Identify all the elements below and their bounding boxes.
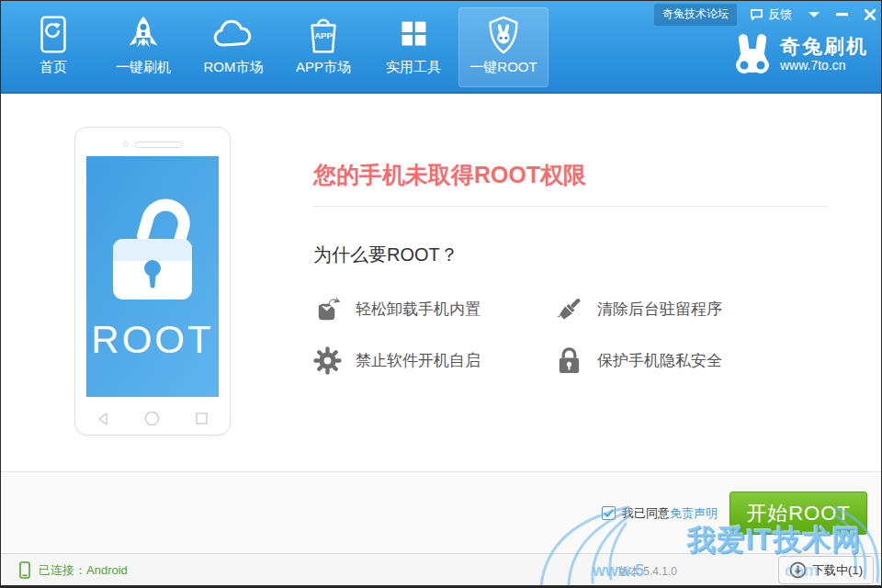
feature-autostart: 禁止软件开机自启 (313, 345, 555, 375)
phone-screen: ROOT (86, 156, 219, 397)
phone-nav-buttons (97, 411, 208, 426)
minimize-button[interactable] (836, 6, 848, 23)
feature-label: 轻松卸载手机内置 (356, 299, 481, 320)
unlocked-padlock-icon (98, 191, 207, 305)
svg-text:APP: APP (314, 30, 333, 40)
brand-logo: 奇兔刷机 www.7to.cn (733, 33, 868, 75)
brush-icon (555, 295, 583, 323)
nav-label: 一键刷机 (116, 59, 171, 76)
feedback-button[interactable]: 反馈 (750, 6, 792, 23)
rabbit-logo-icon (733, 33, 772, 75)
download-label: 下载中(1) (812, 562, 863, 579)
feature-label: 禁止软件开机自启 (356, 350, 481, 371)
checkmark-icon (604, 509, 614, 518)
android-home-icon (144, 411, 160, 426)
android-back-icon (97, 413, 108, 425)
forum-button[interactable]: 奇兔技术论坛 (654, 4, 737, 26)
why-root-heading: 为什么要ROOT？ (313, 243, 458, 267)
chevron-down-icon (808, 11, 820, 18)
connection-text: 已连接：Android (39, 562, 128, 579)
rocket-icon (122, 12, 164, 58)
phone-camera-dot (123, 141, 129, 147)
lock-icon (555, 346, 583, 375)
feature-label: 保护手机隐私安全 (597, 350, 722, 371)
app-bag-icon: APP (302, 12, 345, 58)
gear-icon (313, 346, 342, 375)
agree-row: 我已同意 免责声明 (602, 505, 718, 522)
download-icon (789, 561, 807, 579)
nav-item-flash[interactable]: 一键刷机 (98, 7, 188, 87)
nav-item-rom-market[interactable]: ROM市场 (188, 7, 278, 87)
app-window: 首页 一键刷机 (0, 0, 882, 588)
connection-status: 已连接：Android (19, 554, 128, 586)
main-content: ROOT 您的手机未取得ROOT权限 为什么要ROOT？ (1, 96, 881, 471)
connected-phone-icon (19, 561, 30, 579)
close-button[interactable] (865, 6, 876, 23)
window-controls: 奇兔技术论坛 反馈 (654, 4, 876, 26)
nav-label: APP市场 (296, 59, 351, 76)
close-icon (865, 9, 876, 20)
nav-label: 首页 (40, 59, 67, 76)
disclaimer-link[interactable]: 免责声明 (670, 505, 718, 522)
title-divider (313, 206, 828, 207)
speech-bubble-icon (750, 8, 763, 21)
start-root-button[interactable]: 开始ROOT (729, 492, 867, 535)
nav-label: 实用工具 (386, 59, 441, 76)
agree-checkbox[interactable] (602, 506, 616, 520)
feature-list: 轻松卸载手机内置 清除后台驻留程序 (313, 294, 828, 375)
nav-item-root[interactable]: 一键ROOT (458, 7, 548, 87)
feedback-label: 反馈 (768, 6, 792, 23)
cloud-icon (210, 12, 256, 58)
tools-grid-icon (392, 12, 435, 58)
brand-name: 奇兔刷机 (780, 36, 868, 58)
feature-privacy: 保护手机隐私安全 (555, 345, 828, 375)
feature-uninstall: 轻松卸载手机内置 (313, 294, 555, 323)
nav-label: 一键ROOT (469, 59, 537, 76)
minimize-icon (836, 13, 848, 17)
nav-label: ROM市场 (204, 59, 264, 76)
screen-root-text: ROOT (91, 318, 213, 362)
feature-clean: 清除后台驻留程序 (555, 294, 828, 323)
nav-item-home[interactable]: 首页 (8, 7, 98, 87)
agree-label: 我已同意 (622, 505, 670, 522)
root-shield-icon (482, 12, 525, 58)
android-recent-icon (196, 413, 208, 424)
phone-illustration: ROOT (74, 127, 231, 435)
feature-label: 清除后台驻留程序 (597, 299, 722, 320)
page-title: 您的手机未取得ROOT权限 (313, 160, 586, 190)
version-label: 版本:5.4.1.0 (618, 564, 677, 580)
download-button[interactable]: 下载中(1) (778, 556, 874, 584)
status-bar: 已连接：Android 版本:5.4.1.0 下载中(1) (1, 553, 881, 586)
home-refresh-icon (32, 12, 74, 58)
phone-speaker (135, 141, 183, 148)
dropdown-menu-button[interactable] (808, 6, 820, 23)
uninstall-icon (313, 295, 342, 323)
nav-item-tools[interactable]: 实用工具 (368, 7, 458, 87)
top-navigation-bar: 首页 一键刷机 (1, 1, 881, 94)
main-nav: 首页 一键刷机 (8, 7, 548, 87)
nav-item-app-market[interactable]: APP APP市场 (278, 7, 368, 87)
action-bar: 我已同意 免责声明 开始ROOT (1, 471, 881, 553)
brand-url: www.7to.cn (780, 58, 868, 73)
